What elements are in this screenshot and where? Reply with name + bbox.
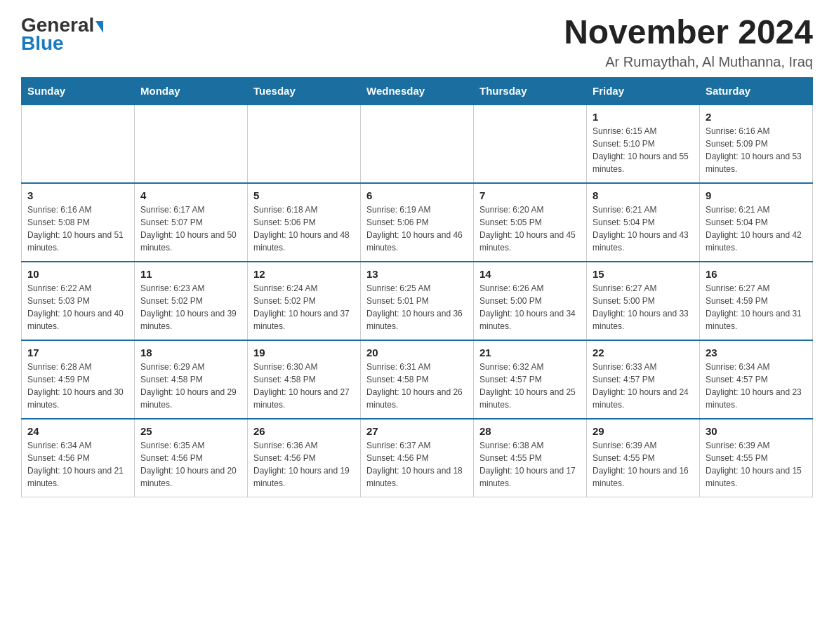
calendar-day-cell: 27Sunrise: 6:37 AMSunset: 4:56 PMDayligh…	[361, 419, 474, 497]
day-number: 25	[140, 425, 241, 437]
calendar-week-row: 17Sunrise: 6:28 AMSunset: 4:59 PMDayligh…	[22, 340, 813, 419]
day-of-week-header: Saturday	[700, 77, 813, 105]
calendar-day-cell: 30Sunrise: 6:39 AMSunset: 4:55 PMDayligh…	[700, 419, 813, 497]
page-header: General Blue November 2024 Ar Rumaythah,…	[21, 14, 813, 70]
day-info: Sunrise: 6:38 AMSunset: 4:55 PMDaylight:…	[479, 439, 581, 490]
day-info: Sunrise: 6:34 AMSunset: 4:57 PMDaylight:…	[706, 361, 807, 411]
day-of-week-header: Sunday	[22, 77, 135, 105]
day-number: 16	[706, 268, 807, 280]
day-number: 8	[593, 189, 694, 201]
day-number: 17	[27, 347, 128, 358]
day-of-week-header: Thursday	[474, 77, 587, 105]
calendar-day-cell: 15Sunrise: 6:27 AMSunset: 5:00 PMDayligh…	[587, 262, 700, 340]
day-info: Sunrise: 6:33 AMSunset: 4:57 PMDaylight:…	[593, 361, 694, 411]
day-number: 11	[140, 268, 241, 280]
day-info: Sunrise: 6:16 AMSunset: 5:09 PMDaylight:…	[706, 125, 807, 175]
day-info: Sunrise: 6:22 AMSunset: 5:03 PMDaylight:…	[27, 282, 128, 333]
calendar-week-row: 10Sunrise: 6:22 AMSunset: 5:03 PMDayligh…	[22, 262, 813, 340]
calendar-day-cell: 19Sunrise: 6:30 AMSunset: 4:58 PMDayligh…	[248, 340, 361, 419]
day-info: Sunrise: 6:27 AMSunset: 4:59 PMDaylight:…	[706, 282, 807, 333]
logo-triangle-icon	[95, 21, 103, 33]
calendar-day-cell: 22Sunrise: 6:33 AMSunset: 4:57 PMDayligh…	[587, 340, 700, 419]
day-info: Sunrise: 6:25 AMSunset: 5:01 PMDaylight:…	[366, 282, 468, 333]
day-info: Sunrise: 6:29 AMSunset: 4:58 PMDaylight:…	[140, 361, 241, 411]
calendar-week-row: 1Sunrise: 6:15 AMSunset: 5:10 PMDaylight…	[22, 105, 813, 183]
day-info: Sunrise: 6:20 AMSunset: 5:05 PMDaylight:…	[479, 203, 581, 254]
calendar-day-cell: 12Sunrise: 6:24 AMSunset: 5:02 PMDayligh…	[248, 262, 361, 340]
day-number: 9	[706, 189, 807, 201]
day-number: 4	[140, 189, 241, 201]
day-of-week-header: Monday	[135, 77, 248, 105]
calendar-day-cell: 2Sunrise: 6:16 AMSunset: 5:09 PMDaylight…	[700, 105, 813, 183]
calendar-day-cell: 20Sunrise: 6:31 AMSunset: 4:58 PMDayligh…	[361, 340, 474, 419]
day-number: 12	[253, 268, 355, 280]
day-of-week-header: Wednesday	[361, 77, 474, 105]
day-number: 26	[253, 425, 355, 437]
day-number: 23	[706, 347, 807, 358]
title-block: November 2024 Ar Rumaythah, Al Muthanna,…	[564, 14, 813, 70]
day-number: 10	[27, 268, 128, 280]
day-info: Sunrise: 6:15 AMSunset: 5:10 PMDaylight:…	[593, 125, 694, 175]
day-info: Sunrise: 6:34 AMSunset: 4:56 PMDaylight:…	[27, 439, 128, 490]
calendar-day-cell: 14Sunrise: 6:26 AMSunset: 5:00 PMDayligh…	[474, 262, 587, 340]
calendar-day-cell	[361, 105, 474, 183]
day-info: Sunrise: 6:21 AMSunset: 5:04 PMDaylight:…	[706, 203, 807, 254]
calendar-week-row: 3Sunrise: 6:16 AMSunset: 5:08 PMDaylight…	[22, 183, 813, 262]
day-info: Sunrise: 6:37 AMSunset: 4:56 PMDaylight:…	[366, 439, 468, 490]
day-number: 29	[593, 425, 694, 437]
day-info: Sunrise: 6:19 AMSunset: 5:06 PMDaylight:…	[366, 203, 468, 254]
day-number: 21	[479, 347, 581, 358]
calendar-table: SundayMondayTuesdayWednesdayThursdayFrid…	[21, 77, 813, 497]
day-number: 18	[140, 347, 241, 358]
day-info: Sunrise: 6:23 AMSunset: 5:02 PMDaylight:…	[140, 282, 241, 333]
calendar-day-cell	[22, 105, 135, 183]
calendar-day-cell: 26Sunrise: 6:36 AMSunset: 4:56 PMDayligh…	[248, 419, 361, 497]
day-info: Sunrise: 6:39 AMSunset: 4:55 PMDaylight:…	[706, 439, 807, 490]
calendar-day-cell: 1Sunrise: 6:15 AMSunset: 5:10 PMDaylight…	[587, 105, 700, 183]
day-of-week-header: Tuesday	[248, 77, 361, 105]
day-info: Sunrise: 6:24 AMSunset: 5:02 PMDaylight:…	[253, 282, 355, 333]
day-info: Sunrise: 6:30 AMSunset: 4:58 PMDaylight:…	[253, 361, 355, 411]
calendar-day-cell: 10Sunrise: 6:22 AMSunset: 5:03 PMDayligh…	[22, 262, 135, 340]
calendar-day-cell: 5Sunrise: 6:18 AMSunset: 5:06 PMDaylight…	[248, 183, 361, 262]
day-info: Sunrise: 6:31 AMSunset: 4:58 PMDaylight:…	[366, 361, 468, 411]
day-number: 15	[593, 268, 694, 280]
day-info: Sunrise: 6:28 AMSunset: 4:59 PMDaylight:…	[27, 361, 128, 411]
calendar-day-cell: 6Sunrise: 6:19 AMSunset: 5:06 PMDaylight…	[361, 183, 474, 262]
calendar-day-cell: 28Sunrise: 6:38 AMSunset: 4:55 PMDayligh…	[474, 419, 587, 497]
logo: General Blue	[21, 14, 103, 55]
calendar-day-cell: 9Sunrise: 6:21 AMSunset: 5:04 PMDaylight…	[700, 183, 813, 262]
day-number: 6	[366, 189, 468, 201]
day-info: Sunrise: 6:16 AMSunset: 5:08 PMDaylight:…	[27, 203, 128, 254]
day-number: 7	[479, 189, 581, 201]
day-info: Sunrise: 6:39 AMSunset: 4:55 PMDaylight:…	[593, 439, 694, 490]
day-number: 14	[479, 268, 581, 280]
calendar-day-cell: 18Sunrise: 6:29 AMSunset: 4:58 PMDayligh…	[135, 340, 248, 419]
day-of-week-header: Friday	[587, 77, 700, 105]
calendar-day-cell	[248, 105, 361, 183]
day-number: 19	[253, 347, 355, 358]
calendar-day-cell: 13Sunrise: 6:25 AMSunset: 5:01 PMDayligh…	[361, 262, 474, 340]
day-info: Sunrise: 6:21 AMSunset: 5:04 PMDaylight:…	[593, 203, 694, 254]
day-number: 20	[366, 347, 468, 358]
day-number: 3	[27, 189, 128, 201]
location-subtitle: Ar Rumaythah, Al Muthanna, Iraq	[564, 54, 813, 70]
day-number: 27	[366, 425, 468, 437]
day-number: 2	[706, 111, 807, 123]
calendar-day-cell	[474, 105, 587, 183]
day-number: 22	[593, 347, 694, 358]
calendar-day-cell	[135, 105, 248, 183]
calendar-day-cell: 11Sunrise: 6:23 AMSunset: 5:02 PMDayligh…	[135, 262, 248, 340]
calendar-day-cell: 4Sunrise: 6:17 AMSunset: 5:07 PMDaylight…	[135, 183, 248, 262]
calendar-day-cell: 8Sunrise: 6:21 AMSunset: 5:04 PMDaylight…	[587, 183, 700, 262]
day-info: Sunrise: 6:18 AMSunset: 5:06 PMDaylight:…	[253, 203, 355, 254]
calendar-week-row: 24Sunrise: 6:34 AMSunset: 4:56 PMDayligh…	[22, 419, 813, 497]
day-number: 28	[479, 425, 581, 437]
day-number: 30	[706, 425, 807, 437]
calendar-day-cell: 29Sunrise: 6:39 AMSunset: 4:55 PMDayligh…	[587, 419, 700, 497]
day-number: 1	[593, 111, 694, 123]
day-number: 24	[27, 425, 128, 437]
day-info: Sunrise: 6:35 AMSunset: 4:56 PMDaylight:…	[140, 439, 241, 490]
day-info: Sunrise: 6:32 AMSunset: 4:57 PMDaylight:…	[479, 361, 581, 411]
day-info: Sunrise: 6:36 AMSunset: 4:56 PMDaylight:…	[253, 439, 355, 490]
